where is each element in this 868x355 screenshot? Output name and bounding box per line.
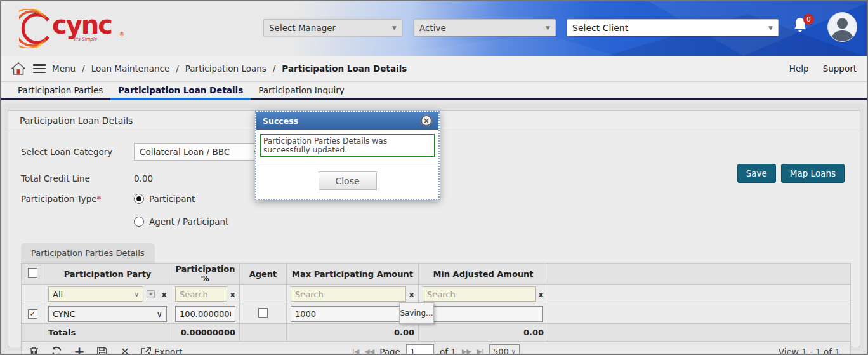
menu-icon[interactable] (33, 64, 46, 73)
chevron-down-icon: ▼ (768, 25, 773, 31)
breadcrumb-current-page: Participation Loan Details (282, 64, 407, 74)
modal-header: Success ✕ (256, 112, 438, 130)
logo-registered-mark: ® (119, 32, 124, 37)
required-marker: * (97, 194, 102, 204)
totals-max-amount: 0.00 (287, 324, 419, 342)
page-number-input[interactable] (406, 344, 434, 355)
tab-participation-loan-details[interactable]: Participation Loan Details (110, 82, 251, 98)
view-range-info: View 1 - 1 of 1 (779, 347, 844, 355)
column-max-participating-amount: Max Participating Amount (287, 264, 419, 285)
logo-text: cync (52, 10, 112, 39)
radio-unselected-icon[interactable] (134, 217, 144, 227)
party-filter-dropdown[interactable]: All ∨ (48, 286, 143, 302)
breadcrumb-loan-maintenance[interactable]: Loan Maintenance (91, 64, 170, 74)
column-participation-party: Participation Party (44, 264, 171, 285)
max-amount-input[interactable] (291, 306, 411, 322)
tab-label: Participation Inquiry (258, 85, 345, 95)
person-icon (828, 13, 857, 41)
tab-participation-parties[interactable]: Participation Parties (10, 82, 110, 98)
party-row-value: CYNC (53, 309, 76, 319)
home-icon[interactable] (11, 62, 25, 75)
status-dropdown-value: Active (419, 23, 446, 33)
party-filter-value: All (53, 290, 63, 299)
first-page-button[interactable]: |◀ (352, 347, 358, 355)
close-icon[interactable]: ✕ (421, 115, 432, 126)
radio-agent-participant-option[interactable]: Agent / Participant (134, 217, 860, 227)
chevron-down-icon: ∨ (135, 291, 139, 298)
refresh-button[interactable] (51, 346, 62, 355)
logo-tagline: It's Simple (74, 37, 97, 42)
tab-participation-inquiry[interactable]: Participation Inquiry (251, 82, 352, 98)
breadcrumb: Menu / Loan Maintenance / Participation … (1, 56, 867, 82)
loan-category-dropdown[interactable]: Collateral Loan / BBC ∨ (134, 143, 264, 161)
modal-title: Success (263, 116, 298, 126)
radio-agent-participant-label: Agent / Participant (149, 217, 228, 227)
notification-bell[interactable]: 0 (792, 17, 815, 42)
row-checkbox-checked[interactable]: ✓ (28, 309, 37, 319)
user-avatar[interactable] (827, 12, 857, 42)
last-page-button[interactable]: ▶| (477, 347, 483, 355)
top-header: cync ® It's Simple Select Manager ▼ Acti… (1, 1, 867, 56)
map-loans-button[interactable]: Map Loans (781, 164, 845, 183)
panel-title-text: Participation Loan Details (20, 116, 133, 126)
select-all-checkbox[interactable] (28, 268, 37, 278)
participation-type-label-text: Participation Type (21, 194, 97, 204)
totals-label: Totals (44, 324, 171, 342)
totals-row: Totals 0.00000000 0.00 0.00 (22, 324, 851, 342)
save-grid-button[interactable] (96, 346, 108, 355)
participation-pct-search-input[interactable] (175, 286, 227, 302)
column-participation-pct: Participation % (171, 264, 240, 285)
select-manager-dropdown[interactable]: Select Manager ▼ (263, 19, 402, 36)
radio-selected-icon[interactable] (134, 194, 144, 204)
filter-row: All ∨ ▪ x x (22, 285, 851, 304)
min-amount-search-input[interactable] (423, 286, 536, 302)
modal-close-button[interactable]: Close (319, 171, 377, 190)
saving-tooltip: Saving... (399, 302, 434, 324)
page-size-dropdown[interactable]: 500 ∨ (489, 344, 520, 355)
clear-party-filter-button[interactable]: x (162, 290, 167, 299)
breadcrumb-separator: / (176, 64, 179, 74)
help-link[interactable]: Help (789, 64, 809, 74)
breadcrumb-participation-loans[interactable]: Participation Loans (185, 64, 266, 74)
notification-badge[interactable]: 0 (803, 14, 814, 25)
tab-strip: Participation Parties Participation Loan… (1, 82, 867, 100)
status-dropdown[interactable]: Active ▼ (414, 19, 556, 36)
delete-row-button[interactable] (28, 346, 39, 355)
save-button[interactable]: Save (737, 164, 776, 183)
total-credit-line-value: 0.00 (134, 173, 153, 184)
prev-page-button[interactable]: ◀◀ (364, 347, 374, 355)
support-link[interactable]: Support (823, 64, 857, 74)
breadcrumb-separator: / (273, 64, 276, 74)
min-amount-input[interactable] (423, 306, 543, 322)
page-count-label: of 1 (440, 347, 456, 355)
agent-checkbox[interactable] (258, 308, 268, 318)
select-client-dropdown[interactable]: Select Client ▼ (567, 19, 779, 36)
export-label: Export (154, 347, 182, 355)
table-header-row: Participation Party Participation % Agen… (22, 264, 851, 285)
tab-label: Participation Parties (18, 85, 103, 95)
chevron-down-icon: ∨ (511, 348, 516, 355)
table-row: ✓ CYNC ∨ (22, 304, 851, 324)
radio-participant-option[interactable]: Participant (134, 194, 195, 204)
clear-pct-search-button[interactable]: x (230, 290, 235, 299)
clear-max-search-button[interactable]: x (409, 290, 414, 299)
participation-parties-details-tab[interactable]: Participation Parties Details (21, 243, 155, 263)
breadcrumb-menu[interactable]: Menu (52, 64, 76, 74)
party-row-dropdown[interactable]: CYNC ∨ (48, 306, 167, 322)
export-button[interactable]: Export (141, 347, 182, 355)
trash-icon (29, 346, 39, 355)
add-row-button[interactable]: + (74, 346, 85, 355)
max-amount-search-input[interactable] (291, 286, 406, 302)
loan-category-value: Collateral Loan / BBC (140, 147, 230, 157)
grid-footer: + ✕ Expo (21, 342, 851, 355)
filter-options-button[interactable]: ▪ (147, 290, 155, 298)
next-page-button[interactable]: ▶▶ (462, 347, 471, 355)
success-modal: Success ✕ Participation Parties Details … (255, 111, 440, 200)
page-label: Page (379, 347, 400, 355)
clear-min-search-button[interactable]: x (539, 290, 544, 299)
participation-pct-input[interactable] (175, 306, 235, 322)
logo-swirl-icon (19, 9, 57, 48)
export-icon (141, 347, 151, 355)
cancel-edit-button[interactable]: ✕ (119, 346, 131, 355)
participation-type-label: Participation Type* (21, 194, 134, 204)
